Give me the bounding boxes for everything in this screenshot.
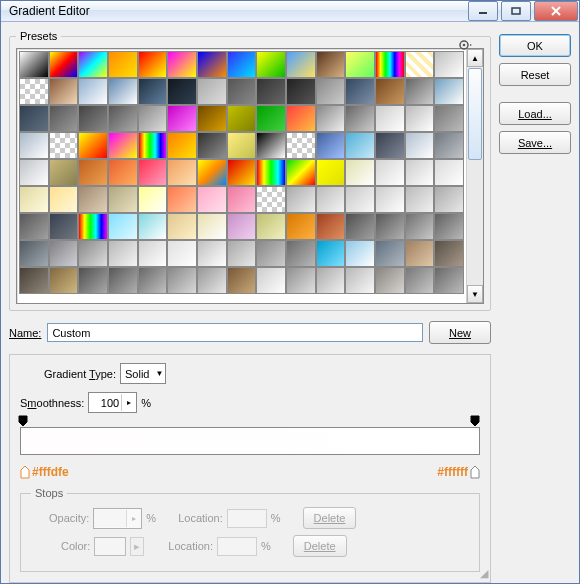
preset-swatch[interactable] — [316, 186, 346, 213]
preset-swatch[interactable] — [197, 105, 227, 132]
preset-swatch[interactable] — [316, 78, 346, 105]
preset-swatch[interactable] — [49, 78, 79, 105]
preset-swatch[interactable] — [78, 105, 108, 132]
preset-swatch[interactable] — [49, 132, 79, 159]
preset-swatch[interactable] — [256, 159, 286, 186]
preset-swatch[interactable] — [316, 213, 346, 240]
preset-swatch[interactable] — [78, 51, 108, 78]
scroll-track[interactable] — [467, 67, 483, 285]
preset-swatch[interactable] — [405, 186, 435, 213]
preset-swatch[interactable] — [345, 78, 375, 105]
preset-swatch[interactable] — [78, 132, 108, 159]
preset-swatch[interactable] — [345, 51, 375, 78]
preset-grid[interactable] — [17, 49, 466, 303]
preset-swatch[interactable] — [108, 78, 138, 105]
preset-swatch[interactable] — [227, 51, 257, 78]
preset-swatch[interactable] — [167, 213, 197, 240]
opacity-stop-left[interactable] — [18, 415, 30, 427]
preset-swatch[interactable] — [108, 240, 138, 267]
preset-swatch[interactable] — [256, 213, 286, 240]
preset-swatch[interactable] — [286, 267, 316, 294]
gradient-bar[interactable] — [20, 427, 480, 455]
smoothness-field[interactable]: ▸ — [88, 392, 137, 413]
preset-swatch[interactable] — [375, 240, 405, 267]
preset-swatch[interactable] — [227, 78, 257, 105]
preset-swatch[interactable] — [167, 105, 197, 132]
preset-swatch[interactable] — [434, 105, 464, 132]
preset-swatch[interactable] — [434, 159, 464, 186]
preset-swatch[interactable] — [227, 267, 257, 294]
preset-swatch[interactable] — [375, 78, 405, 105]
preset-swatch[interactable] — [375, 186, 405, 213]
preset-swatch[interactable] — [19, 105, 49, 132]
preset-swatch[interactable] — [49, 240, 79, 267]
name-input[interactable] — [47, 323, 423, 342]
preset-swatch[interactable] — [286, 186, 316, 213]
preset-swatch[interactable] — [167, 186, 197, 213]
preset-swatch[interactable] — [256, 51, 286, 78]
preset-swatch[interactable] — [197, 240, 227, 267]
preset-swatch[interactable] — [49, 267, 79, 294]
preset-swatch[interactable] — [19, 213, 49, 240]
chevron-right-icon[interactable]: ▸ — [121, 394, 136, 411]
preset-swatch[interactable] — [316, 132, 346, 159]
ok-button[interactable]: OK — [499, 34, 571, 57]
save-button[interactable]: Save... — [499, 131, 571, 154]
opacity-stop-right[interactable] — [470, 415, 482, 427]
preset-swatch[interactable] — [375, 105, 405, 132]
preset-swatch[interactable] — [345, 186, 375, 213]
close-button[interactable] — [534, 1, 578, 21]
preset-swatch[interactable] — [256, 240, 286, 267]
preset-swatch[interactable] — [286, 78, 316, 105]
preset-swatch[interactable] — [286, 132, 316, 159]
new-button[interactable]: New — [429, 321, 491, 344]
preset-swatch[interactable] — [197, 78, 227, 105]
preset-swatch[interactable] — [78, 240, 108, 267]
preset-swatch[interactable] — [138, 132, 168, 159]
preset-swatch[interactable] — [197, 267, 227, 294]
preset-swatch[interactable] — [434, 132, 464, 159]
preset-swatch[interactable] — [286, 51, 316, 78]
preset-swatch[interactable] — [405, 132, 435, 159]
preset-swatch[interactable] — [108, 159, 138, 186]
preset-swatch[interactable] — [434, 240, 464, 267]
preset-swatch[interactable] — [197, 213, 227, 240]
preset-swatch[interactable] — [434, 267, 464, 294]
preset-swatch[interactable] — [49, 159, 79, 186]
preset-swatch[interactable] — [167, 132, 197, 159]
preset-swatch[interactable] — [138, 78, 168, 105]
preset-swatch[interactable] — [375, 159, 405, 186]
preset-scrollbar[interactable]: ▲ ▼ — [466, 49, 483, 303]
preset-swatch[interactable] — [138, 213, 168, 240]
preset-swatch[interactable] — [138, 105, 168, 132]
preset-swatch[interactable] — [286, 213, 316, 240]
preset-swatch[interactable] — [138, 51, 168, 78]
preset-swatch[interactable] — [316, 267, 346, 294]
preset-swatch[interactable] — [256, 132, 286, 159]
load-button[interactable]: Load... — [499, 102, 571, 125]
preset-swatch[interactable] — [227, 213, 257, 240]
preset-swatch[interactable] — [227, 132, 257, 159]
preset-swatch[interactable] — [19, 267, 49, 294]
preset-swatch[interactable] — [138, 267, 168, 294]
presets-menu-button[interactable] — [458, 38, 472, 54]
preset-swatch[interactable] — [78, 267, 108, 294]
preset-swatch[interactable] — [256, 105, 286, 132]
preset-swatch[interactable] — [108, 213, 138, 240]
preset-swatch[interactable] — [434, 78, 464, 105]
preset-swatch[interactable] — [256, 186, 286, 213]
preset-swatch[interactable] — [108, 186, 138, 213]
preset-swatch[interactable] — [227, 105, 257, 132]
preset-swatch[interactable] — [49, 51, 79, 78]
preset-swatch[interactable] — [108, 51, 138, 78]
preset-swatch[interactable] — [19, 159, 49, 186]
preset-swatch[interactable] — [405, 213, 435, 240]
preset-swatch[interactable] — [345, 267, 375, 294]
preset-swatch[interactable] — [316, 105, 346, 132]
preset-swatch[interactable] — [167, 51, 197, 78]
preset-swatch[interactable] — [227, 186, 257, 213]
preset-swatch[interactable] — [19, 186, 49, 213]
resize-grip-icon[interactable]: ◢ — [480, 567, 488, 580]
preset-swatch[interactable] — [108, 105, 138, 132]
preset-swatch[interactable] — [197, 159, 227, 186]
